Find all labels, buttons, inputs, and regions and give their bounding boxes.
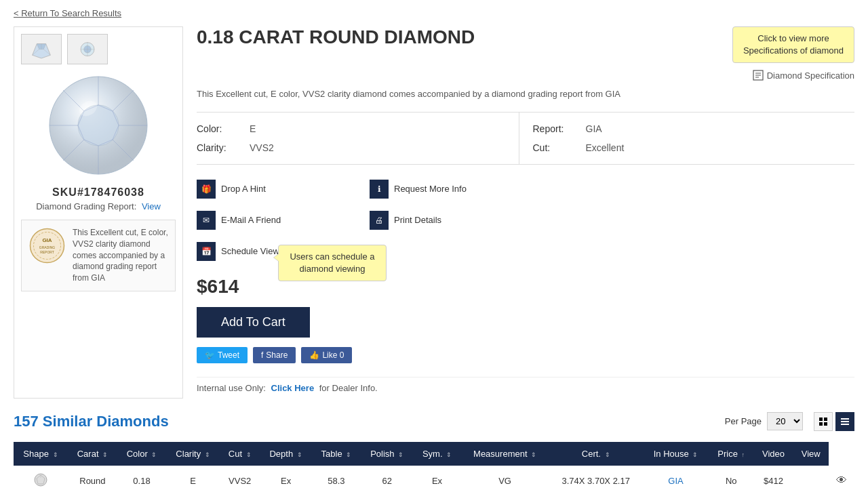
diamond-image bbox=[21, 71, 176, 180]
col-sym[interactable]: Sym. ⇕ bbox=[413, 442, 460, 466]
table-body: Round 0.18 E VVS2 Ex 58.3 62 Ex VG 3.74X… bbox=[14, 466, 854, 488]
col-color[interactable]: Color ⇕ bbox=[117, 442, 166, 466]
col-carat[interactable]: Carat ⇕ bbox=[68, 442, 117, 466]
gia-seal-icon: GIA GRADING REPORT bbox=[28, 227, 66, 264]
actions-grid: 🎁 Drop A Hint ℹ Request More Info ✉ E-Ma… bbox=[197, 177, 536, 264]
sku: SKU#178476038 bbox=[21, 186, 176, 199]
print-icon: 🖨 bbox=[370, 211, 389, 230]
col-polish[interactable]: Polish ⇕ bbox=[361, 442, 413, 466]
col-clarity[interactable]: Clarity ⇕ bbox=[166, 442, 220, 466]
title-row: 0.18 CARAT ROUND DIAMOND Click to view m… bbox=[197, 26, 854, 81]
list-icon bbox=[840, 417, 850, 426]
thumbnail-2[interactable] bbox=[67, 34, 108, 64]
svg-rect-44 bbox=[841, 424, 849, 425]
sort-arrows-table: ⇕ bbox=[346, 451, 351, 458]
header-row: Shape ⇕ Carat ⇕ Color ⇕ Clarity ⇕ Cut ⇕ … bbox=[14, 442, 854, 466]
diamond-spec-link[interactable]: Diamond Specification bbox=[753, 70, 854, 81]
list-view-button[interactable] bbox=[835, 412, 854, 431]
email-icon: ✉ bbox=[197, 211, 216, 230]
per-page-label: Per Page bbox=[725, 416, 762, 426]
grid-view-button[interactable] bbox=[814, 412, 833, 431]
cell-depth: 58.3 bbox=[312, 466, 361, 488]
col-view: View bbox=[793, 442, 829, 466]
request-info-label: Request More Info bbox=[394, 184, 467, 194]
cell-price: $412 bbox=[753, 466, 793, 488]
cell-sym: VG bbox=[461, 466, 549, 488]
col-cut[interactable]: Cut ⇕ bbox=[220, 442, 260, 466]
like-label: Like 0 bbox=[322, 350, 344, 360]
tweet-label: Tweet bbox=[218, 350, 239, 360]
info-icon: ℹ bbox=[370, 180, 389, 199]
cell-view: 👁 bbox=[829, 466, 854, 488]
cell-color: E bbox=[166, 466, 220, 488]
col-table[interactable]: Table ⇕ bbox=[312, 442, 361, 466]
sort-arrows-carat: ⇕ bbox=[102, 451, 108, 458]
internal-note: Internal use Only: Click Here for Dealer… bbox=[197, 377, 854, 399]
gia-description: This Excellent cut, E color, VVS2 clarit… bbox=[73, 227, 168, 284]
svg-rect-38 bbox=[819, 418, 823, 421]
drop-hint-label: Drop A Hint bbox=[221, 184, 266, 194]
product-subtitle: This Excellent cut, E color, VVS2 clarit… bbox=[197, 87, 854, 101]
sort-arrows-inhouse: ⇕ bbox=[692, 451, 698, 458]
tweet-button[interactable]: 🐦 Tweet bbox=[197, 347, 248, 363]
grid-icon bbox=[818, 417, 828, 426]
share-button[interactable]: f Share bbox=[253, 347, 296, 363]
cell-measurement: 3.74X 3.70X 2.17 bbox=[549, 466, 643, 488]
sort-arrows-sym: ⇕ bbox=[446, 451, 452, 458]
spec-tooltip: Click to view more Specifications of dia… bbox=[732, 26, 854, 63]
dealer-info-link[interactable]: Click Here bbox=[271, 383, 315, 393]
left-panel: SKU#178476038 Diamond Grading Report: Vi… bbox=[14, 26, 183, 399]
cell-clarity: VVS2 bbox=[220, 466, 260, 488]
col-inhouse[interactable]: In House ⇕ bbox=[643, 442, 709, 466]
svg-text:REPORT: REPORT bbox=[40, 250, 54, 254]
sort-arrows-cert: ⇕ bbox=[605, 451, 610, 458]
drop-hint-icon: 🎁 bbox=[197, 180, 216, 199]
svg-rect-39 bbox=[824, 418, 827, 421]
similar-label: Similar Diamonds bbox=[43, 413, 169, 430]
thumbnail-1[interactable] bbox=[21, 34, 62, 64]
print-details-button[interactable]: 🖨 Print Details bbox=[370, 208, 536, 232]
table-row: Round 0.18 E VVS2 Ex 58.3 62 Ex VG 3.74X… bbox=[14, 466, 854, 488]
share-label: Share bbox=[266, 350, 288, 360]
col-cert[interactable]: Cert. ⇕ bbox=[549, 442, 643, 466]
calendar-icon: 📅 bbox=[197, 242, 216, 261]
table-header: Shape ⇕ Carat ⇕ Color ⇕ Clarity ⇕ Cut ⇕ … bbox=[14, 442, 854, 466]
email-friend-button[interactable]: ✉ E-Mail A Friend bbox=[197, 208, 363, 232]
cert-link[interactable]: GIA bbox=[668, 476, 683, 486]
cell-table: 62 bbox=[361, 466, 413, 488]
request-info-button[interactable]: ℹ Request More Info bbox=[370, 177, 536, 201]
per-page-select[interactable]: 20 40 60 bbox=[767, 412, 803, 430]
svg-rect-40 bbox=[819, 422, 823, 426]
like-button[interactable]: 👍 Like 0 bbox=[301, 347, 352, 363]
report-spec: Report: GIA bbox=[533, 119, 855, 138]
report-line: Diamond Grading Report: View bbox=[21, 201, 176, 211]
col-measurement[interactable]: Measurement ⇕ bbox=[461, 442, 549, 466]
drop-hint-button[interactable]: 🎁 Drop A Hint bbox=[197, 177, 363, 201]
back-link[interactable]: < Return To Search Results bbox=[0, 0, 868, 26]
specs-col-right: Report: GIA Cut: Excellent bbox=[519, 113, 855, 164]
sort-arrows-depth: ⇕ bbox=[297, 451, 302, 458]
share-icon: f bbox=[261, 350, 263, 360]
view-diamond-button[interactable]: 👁 bbox=[836, 474, 847, 487]
svg-rect-42 bbox=[841, 418, 849, 420]
svg-rect-41 bbox=[824, 422, 827, 426]
col-shape[interactable]: Shape ⇕ bbox=[14, 442, 68, 466]
print-details-label: Print Details bbox=[394, 215, 441, 225]
similar-count: 157 bbox=[14, 413, 39, 430]
col-depth[interactable]: Depth ⇕ bbox=[260, 442, 311, 466]
col-video: Video bbox=[753, 442, 793, 466]
sort-arrows-cut: ⇕ bbox=[246, 451, 252, 458]
color-spec: Color: E bbox=[197, 119, 519, 138]
similar-header: 157 Similar Diamonds Per Page 20 40 60 bbox=[14, 412, 854, 431]
col-price[interactable]: Price ↑ bbox=[709, 442, 753, 466]
similar-title: 157 Similar Diamonds bbox=[14, 413, 169, 430]
specs-grid: Color: E Clarity: VVS2 Report: GIA Cut: … bbox=[197, 112, 854, 165]
specs-col-left: Color: E Clarity: VVS2 bbox=[197, 113, 519, 164]
add-to-cart-button[interactable]: Add To Cart bbox=[197, 307, 310, 338]
cell-shape: Round bbox=[68, 466, 117, 488]
report-view-link[interactable]: View bbox=[142, 201, 161, 211]
social-row: 🐦 Tweet f Share 👍 Like 0 bbox=[197, 347, 854, 363]
sort-arrows-polish: ⇕ bbox=[398, 451, 403, 458]
spec-link-label: Diamond Specification bbox=[767, 70, 854, 81]
cell-shape-icon bbox=[14, 466, 68, 488]
